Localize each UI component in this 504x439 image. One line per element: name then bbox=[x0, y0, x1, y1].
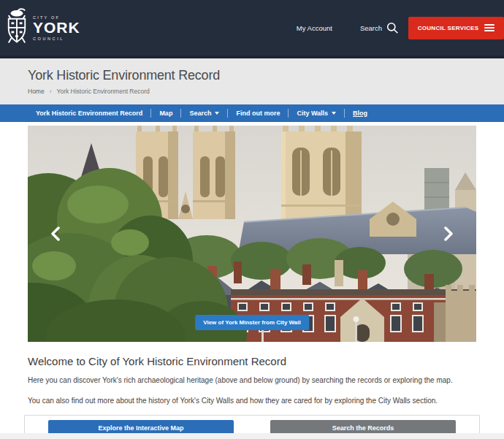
logo-line-york: YORK bbox=[33, 20, 80, 35]
nav-item-find-out-more[interactable]: Find out more bbox=[227, 109, 288, 118]
intro-paragraph-1: Here you can discover York's rich archae… bbox=[28, 375, 476, 386]
welcome-heading: Welcome to City of York Historic Environ… bbox=[28, 355, 476, 367]
hero-central-tower bbox=[281, 126, 362, 221]
page-title: York Historic Environment Record bbox=[28, 68, 476, 83]
hamburger-menu-icon bbox=[484, 23, 495, 33]
main-nav: York Historic Environment Record Map Sea… bbox=[0, 104, 504, 122]
carousel-prev-button[interactable] bbox=[48, 224, 63, 244]
intro-paragraph-2: You can also find out more about the his… bbox=[28, 396, 476, 406]
logo-text: CITY OF YORK COUNCIL bbox=[33, 15, 80, 41]
york-crest-icon bbox=[6, 7, 28, 49]
chevron-right-icon bbox=[444, 226, 453, 241]
nav-item-map[interactable]: Map bbox=[150, 109, 180, 118]
nav-item-city-walls[interactable]: City Walls bbox=[288, 109, 344, 118]
council-services-label: COUNCIL SERVICES bbox=[418, 25, 479, 31]
header-actions: My Account Search COUNCIL SERVICES bbox=[297, 17, 504, 39]
hero-carousel: View of York Minster from City Wall bbox=[28, 126, 476, 342]
breadcrumb-separator: › bbox=[50, 88, 52, 95]
search-icon bbox=[386, 22, 399, 34]
carousel-next-button[interactable] bbox=[441, 224, 456, 244]
caret-down-icon bbox=[332, 112, 336, 115]
top-header: CITY OF YORK COUNCIL My Account Search C… bbox=[0, 0, 504, 58]
page: CITY OF YORK COUNCIL My Account Search C… bbox=[0, 0, 504, 439]
chevron-left-icon bbox=[51, 226, 60, 241]
title-band: York Historic Environment Record Home › … bbox=[0, 58, 504, 104]
my-account-link[interactable]: My Account bbox=[297, 24, 332, 32]
logo-line-council: COUNCIL bbox=[33, 37, 80, 41]
breadcrumb-home[interactable]: Home bbox=[28, 88, 45, 95]
header-search-label: Search bbox=[360, 24, 382, 32]
footer-strip bbox=[0, 433, 504, 439]
nav-item-blog[interactable]: Blog bbox=[344, 109, 375, 118]
main-content: Welcome to City of York Historic Environ… bbox=[0, 342, 504, 405]
breadcrumb: Home › York Historic Environment Record bbox=[28, 88, 476, 95]
header-search-link[interactable]: Search bbox=[360, 22, 399, 34]
nav-item-york-her[interactable]: York Historic Environment Record bbox=[28, 109, 150, 118]
hero-brick-building bbox=[231, 285, 476, 342]
council-services-button[interactable]: COUNCIL SERVICES bbox=[408, 17, 504, 39]
hero-image-york-minster bbox=[28, 126, 476, 342]
breadcrumb-current: York Historic Environment Record bbox=[57, 88, 150, 95]
caret-down-icon bbox=[215, 112, 219, 115]
council-logo[interactable]: CITY OF YORK COUNCIL bbox=[6, 7, 80, 49]
nav-item-search[interactable]: Search bbox=[180, 109, 227, 118]
image-caption: View of York Minster from City Wall bbox=[195, 315, 309, 330]
